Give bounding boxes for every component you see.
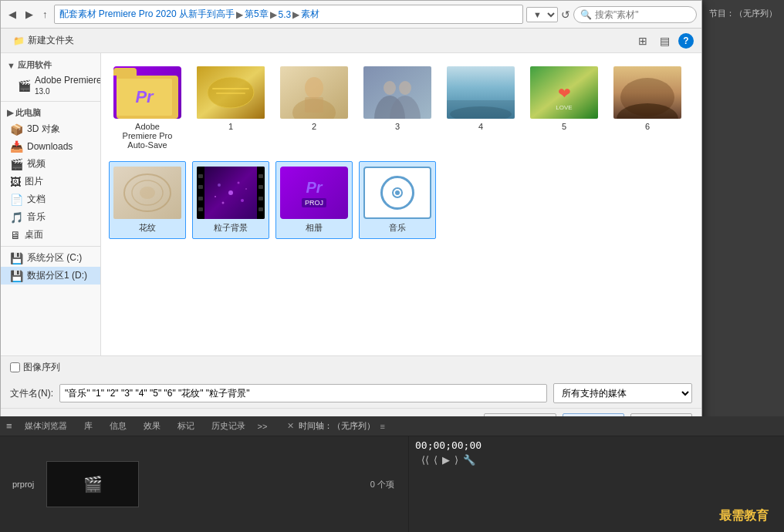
tl-fwd-button[interactable]: ⟩	[455, 454, 458, 466]
sidebar-item-video[interactable]: 🎬 视频	[1, 155, 100, 173]
media-thumb-icon: 🎬	[83, 475, 103, 493]
file-label: 6	[645, 122, 650, 131]
sidebar-item-desktop[interactable]: 🖥 桌面	[1, 226, 100, 244]
menu-icon[interactable]: ≡	[6, 420, 12, 432]
svg-rect-2	[212, 88, 249, 89]
path-current[interactable]: 素材	[301, 8, 319, 21]
toolbar-row: 📁 新建文件夹 ⊞ ▤ ?	[1, 29, 701, 53]
sidebar-item-label: 数据分区1 (D:)	[27, 269, 87, 282]
list-item[interactable]: 3	[359, 61, 436, 155]
filename-input[interactable]	[59, 384, 547, 402]
sidebar-item-music[interactable]: 🎵 音乐	[1, 208, 100, 226]
list-item[interactable]: Pr PROJ 相册	[275, 161, 353, 239]
file-label: 花纹	[139, 222, 156, 234]
new-folder-button[interactable]: 📁 新建文件夹	[8, 32, 79, 49]
tab-library[interactable]: 库	[76, 419, 100, 433]
tab-media-browser[interactable]: 媒体浏览器	[17, 419, 75, 433]
address-bar: ◀ ▶ ↑ 配套素材 Premiere Pro 2020 从新手到高手 ▶ 第5…	[1, 1, 701, 29]
view-list-button[interactable]: ▤	[656, 33, 674, 49]
sidebar-group-apps[interactable]: ▼ 应用软件	[1, 56, 100, 72]
back-button[interactable]: ◀	[5, 7, 19, 22]
more-tabs-icon[interactable]: >>	[255, 420, 271, 433]
film-hole	[259, 185, 263, 189]
sidebar-item-3d[interactable]: 📦 3D 对象	[1, 120, 100, 138]
view-icon-button[interactable]: ⊞	[634, 33, 651, 49]
up-button[interactable]: ↑	[39, 7, 51, 22]
group-label: 应用软件	[18, 59, 52, 71]
list-item[interactable]: 1	[192, 61, 269, 155]
file-thumbnail: Pr PROJ	[280, 167, 348, 219]
file-label: AdobePremiere ProAuto-Save	[123, 122, 173, 150]
sidebar-item-docs[interactable]: 📄 文档	[1, 190, 100, 208]
premiere-icon: 🎬	[18, 79, 31, 92]
tl-tool-button[interactable]: 🔧	[463, 454, 475, 466]
help-button[interactable]: ?	[678, 33, 694, 49]
music-innermost	[395, 190, 400, 195]
forward-button[interactable]: ▶	[22, 7, 36, 22]
list-item[interactable]: 音乐	[359, 161, 436, 239]
film-hole	[259, 207, 263, 211]
docs-icon: 📄	[10, 194, 23, 206]
image-2-visual	[280, 66, 348, 119]
sidebar-item-label: 桌面	[25, 228, 43, 241]
path-section[interactable]: 5.3	[279, 9, 292, 20]
list-item[interactable]: 4	[442, 61, 519, 155]
particles-visual	[208, 173, 254, 212]
sidebar-item-premiere[interactable]: 🎬 Adobe Premiere13.0	[1, 72, 100, 99]
sidebar-item-pictures[interactable]: 🖼 图片	[1, 173, 100, 190]
address-path[interactable]: 配套素材 Premiere Pro 2020 从新手到高手 ▶ 第5章 ▶ 5.…	[54, 5, 524, 24]
music-inner-circle	[392, 187, 403, 198]
sidebar-item-label: Downloads	[27, 141, 73, 152]
svg-rect-3	[216, 93, 245, 94]
file-thumbnail: Pr	[113, 66, 181, 119]
tl-prev-button[interactable]: ⟨⟨	[421, 454, 429, 466]
sidebar-item-downloads[interactable]: 📥 Downloads	[1, 138, 100, 155]
list-item[interactable]: 6	[609, 61, 686, 155]
search-icon: 🔍	[580, 9, 592, 20]
svg-rect-15	[447, 100, 515, 119]
divider-2	[1, 246, 100, 247]
image-5-visual: ❤ LOVE	[530, 66, 598, 119]
folder-icon: 📁	[13, 35, 25, 46]
file-label: 音乐	[389, 222, 406, 234]
right-panel: 节目：（无序列）	[702, 0, 784, 439]
filename-row: 文件名(N): 所有支持的媒体 视频文件 音频文件 图片文件	[1, 379, 701, 408]
timeline-tab-label: 时间轴：（无序列）	[299, 420, 375, 432]
bottom-panel: ≡ 媒体浏览器 库 信息 效果 标记 历史记录 >> ✕ 时间轴：（无序列） ≡…	[0, 416, 784, 532]
list-item[interactable]: Pr AdobePremiere ProAuto-Save	[109, 61, 186, 155]
tab-info[interactable]: 信息	[102, 419, 134, 433]
file-label: 4	[478, 122, 483, 131]
image-sequence-text: 图像序列	[23, 361, 60, 374]
list-item[interactable]: 2	[275, 61, 353, 155]
path-dropdown[interactable]: ▼	[526, 7, 558, 22]
tl-back-button[interactable]: ⟨	[434, 454, 438, 466]
image-sequence-checkbox[interactable]	[10, 362, 20, 372]
drive-c-icon: 💾	[10, 252, 23, 264]
list-item[interactable]: 花纹	[109, 161, 186, 239]
list-item[interactable]: ❤ LOVE 5	[525, 61, 603, 155]
file-label: 1	[228, 122, 233, 131]
sidebar: ▼ 应用软件 🎬 Adobe Premiere13.0 ▶ 此电脑 📦 3D 对…	[1, 53, 101, 355]
svg-point-28	[241, 199, 244, 202]
sidebar-item-drive-c[interactable]: 💾 系统分区 (C:)	[1, 249, 100, 267]
tl-play-button[interactable]: ▶	[442, 454, 450, 466]
image-sequence-label[interactable]: 图像序列	[10, 361, 60, 374]
list-item[interactable]: 粒子背景	[192, 161, 269, 239]
film-hole	[198, 185, 203, 189]
search-input[interactable]	[595, 9, 688, 20]
film-hole	[259, 197, 263, 200]
sidebar-group-pc[interactable]: ▶ 此电脑	[1, 104, 100, 120]
timeline-close-btn: ✕	[287, 421, 294, 431]
filetype-select[interactable]: 所有支持的媒体 视频文件 音频文件 图片文件	[553, 383, 692, 403]
refresh-button[interactable]: ↺	[561, 8, 570, 21]
path-root[interactable]: 配套素材 Premiere Pro 2020 从新手到高手	[59, 8, 235, 21]
tab-history[interactable]: 历史记录	[204, 419, 253, 433]
film-hole	[198, 207, 203, 211]
path-chapter[interactable]: 第5章	[245, 8, 269, 21]
timeline-tab-menu[interactable]: ≡	[380, 422, 384, 431]
tab-markers[interactable]: 标记	[170, 419, 202, 433]
bottom-options: 图像序列	[1, 355, 701, 379]
tab-effects[interactable]: 效果	[136, 419, 168, 433]
file-label: 5	[562, 122, 566, 131]
sidebar-item-drive-d[interactable]: 💾 数据分区1 (D:)	[1, 267, 100, 285]
